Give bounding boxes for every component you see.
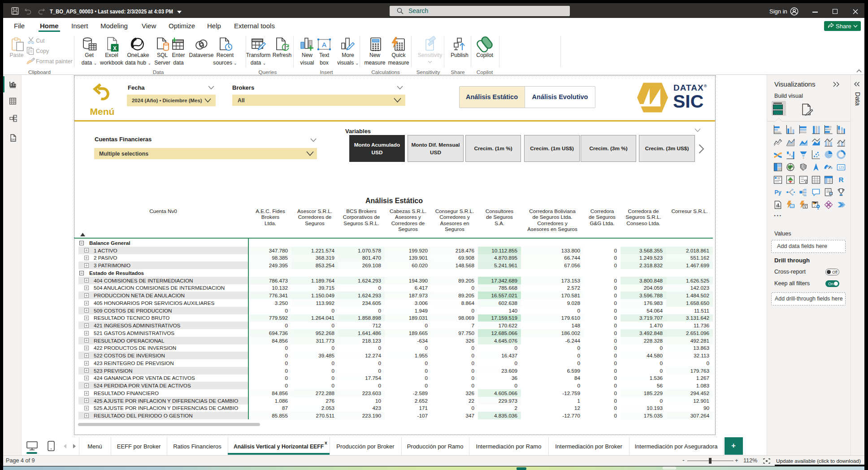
svg-text:X: X bbox=[113, 45, 117, 52]
svg-text:DAX: DAX bbox=[11, 138, 16, 141]
svg-text:123: 123 bbox=[790, 205, 794, 208]
svg-text:123: 123 bbox=[838, 165, 844, 170]
svg-text:A: A bbox=[322, 41, 326, 48]
svg-text:R: R bbox=[839, 176, 844, 183]
svg-text:Py: Py bbox=[774, 189, 781, 196]
